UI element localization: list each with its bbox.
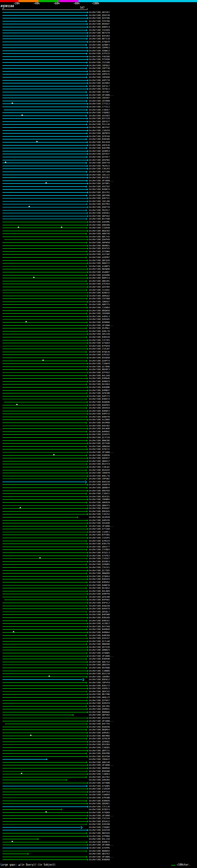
alignment-bar[interactable]	[2, 709, 87, 709]
hit-label[interactable]: UniRef100_B4KGF6	[89, 578, 109, 581]
alignment-bar[interactable]	[2, 375, 86, 376]
hit-label[interactable]: UniRef100_B5XCD1	[89, 495, 109, 498]
alignment-bar[interactable]	[2, 650, 87, 650]
hit-label[interactable]: UniRef100_C8CL51	[89, 174, 109, 177]
alignment-bar[interactable]	[2, 48, 87, 48]
hit-label[interactable]: UniRef100_Q5VJ91	[89, 191, 109, 194]
hit-label[interactable]: UniRef100_B0JYN6	[89, 693, 109, 696]
alignment-bar[interactable]	[2, 470, 86, 470]
hit-label[interactable]: UniRef100_B4NVY0	[89, 416, 109, 418]
hit-label[interactable]: UniRef100_Q2GYN4	[89, 286, 109, 288]
alignment-bar[interactable]	[2, 821, 87, 822]
alignment-bar[interactable]	[2, 848, 87, 848]
alignment-bar[interactable]	[2, 685, 87, 686]
alignment-bar[interactable]	[2, 777, 86, 777]
alignment-bar[interactable]	[2, 175, 87, 175]
hit-label[interactable]: UniRef100_A0NGG6	[89, 445, 109, 448]
alignment-bar[interactable]	[2, 579, 87, 580]
alignment-bar[interactable]	[2, 346, 87, 346]
alignment-bar[interactable]	[2, 254, 87, 255]
alignment-bar[interactable]	[2, 393, 87, 394]
alignment-bar[interactable]	[2, 653, 87, 653]
hit-label[interactable]: UniRef100_Q7S9W4	[89, 250, 109, 253]
alignment-bar[interactable]	[2, 771, 87, 772]
alignment-bar[interactable]	[2, 833, 86, 834]
hit-label[interactable]: UniRef100_A2T1D8	[89, 170, 109, 173]
alignment-bar[interactable]	[2, 727, 87, 727]
hit-label[interactable]: UniRef100_C1BKK4	[89, 773, 109, 776]
hit-label[interactable]: UniRef100_B4KYM8	[89, 147, 109, 150]
alignment-bar[interactable]	[2, 245, 87, 246]
alignment-bar[interactable]	[2, 715, 73, 715]
hit-label[interactable]: UniRef100_B2RSF0	[89, 702, 109, 705]
alignment-bar[interactable]	[2, 449, 87, 450]
alignment-bar[interactable]	[2, 207, 87, 208]
hit-label[interactable]: UniRef100_A5V4D3	[89, 115, 109, 117]
alignment-bar[interactable]	[2, 523, 87, 523]
alignment-bar[interactable]	[2, 287, 87, 287]
alignment-bar[interactable]	[2, 405, 87, 405]
hit-label[interactable]: UniRef100_C1BGD5	[89, 746, 109, 749]
alignment-bar[interactable]	[2, 803, 87, 804]
alignment-bar[interactable]	[2, 623, 87, 624]
hit-label[interactable]: UniRef100_Q5XIC6	[89, 717, 109, 720]
alignment-bar[interactable]	[2, 133, 87, 134]
hit-label[interactable]: UniRef100_B9RPL9	[89, 26, 109, 29]
hit-label[interactable]: UniRef100_A7SQK8	[89, 811, 109, 814]
hit-label[interactable]: UniRef100_B6TGT0	[89, 32, 109, 34]
hit-label[interactable]: UniRef100_B5X9Q0	[89, 666, 109, 670]
hit-label[interactable]: UniRef100_Q172D5	[89, 569, 109, 572]
alignment-bar[interactable]	[2, 431, 86, 432]
alignment-bar[interactable]	[2, 322, 87, 323]
hit-label[interactable]: UniRef100_B5XJ10	[89, 673, 109, 675]
hit-label[interactable]: UniRef100_UP1000...	[89, 324, 113, 327]
alignment-bar[interactable]	[2, 204, 87, 205]
alignment-bar[interactable]	[2, 157, 87, 157]
alignment-bar[interactable]	[2, 541, 86, 541]
hit-label[interactable]: UniRef100_B3DKH0	[89, 658, 109, 660]
hit-label[interactable]: UniRef100_B4KQM6	[89, 386, 109, 389]
alignment-bar[interactable]	[2, 275, 87, 276]
hit-label[interactable]: UniRef100_A5D9L5	[89, 687, 109, 690]
alignment-bar[interactable]	[2, 186, 86, 187]
alignment-bar[interactable]	[2, 798, 87, 798]
hit-label[interactable]: UniRef100_A9FDJ6	[89, 144, 109, 147]
hit-label[interactable]: UniRef100_A9ZT82	[89, 185, 109, 188]
alignment-bar[interactable]	[2, 62, 87, 63]
hit-label[interactable]: UniRef100_Q1RPT4	[89, 360, 109, 363]
hit-label[interactable]: UniRef100_B4IZE2	[89, 177, 109, 179]
alignment-bar[interactable]	[2, 121, 87, 122]
hit-label[interactable]: UniRef100_C8CLR6	[89, 200, 109, 203]
alignment-bar[interactable]	[2, 269, 87, 270]
hit-label[interactable]: UniRef100_Q96VD6	[89, 224, 109, 227]
hit-label[interactable]: UniRef100_A7EXU4	[89, 283, 109, 285]
hit-label[interactable]: UniRef100_Q4FSL7	[89, 85, 109, 88]
hit-label[interactable]: UniRef100_A1ZBC2	[89, 622, 109, 625]
hit-label[interactable]: UniRef100_C0PMC5	[89, 46, 109, 49]
alignment-bar[interactable]	[2, 92, 86, 92]
hit-label[interactable]: UniRef100_Q4RZN4	[89, 779, 109, 781]
alignment-bar[interactable]	[2, 53, 86, 54]
hit-label[interactable]: UniRef100_A5AB87	[89, 271, 109, 274]
alignment-bar[interactable]	[2, 142, 87, 143]
alignment-bar[interactable]	[2, 423, 86, 423]
alignment-bar[interactable]	[2, 629, 87, 630]
alignment-bar[interactable]	[2, 18, 87, 19]
hit-label[interactable]: UniRef100_Q7PXG2	[89, 371, 109, 374]
alignment-bar[interactable]	[2, 230, 87, 231]
alignment-bar[interactable]	[2, 103, 87, 104]
hit-label[interactable]: UniRef100_A2VDJ0	[89, 738, 109, 740]
hit-label[interactable]: UniRef100_A8E7S2	[89, 661, 109, 663]
hit-label[interactable]: UniRef100_B4M0A4	[89, 631, 109, 634]
hit-label[interactable]: UniRef100_B4L5A8	[89, 374, 109, 377]
alignment-bar[interactable]	[2, 166, 87, 166]
hit-label[interactable]: UniRef100_Q16XV5	[89, 433, 109, 436]
hit-label[interactable]: UniRef100_P62917	[89, 209, 109, 212]
hit-label[interactable]: UniRef100_Q9GRD1	[89, 802, 109, 805]
hit-label[interactable]: UniRef100_B3TI29	[89, 117, 109, 120]
hit-label[interactable]: UniRef100_Q5KPH9	[89, 238, 109, 241]
hit-label[interactable]: UniRef100_B4L1S0	[89, 838, 109, 841]
hit-label[interactable]: UniRef100_O46561	[89, 212, 109, 215]
hit-label[interactable]: UniRef100_C1BV59	[89, 129, 109, 132]
hit-label[interactable]: UniRef100_UP1000...	[89, 814, 113, 817]
